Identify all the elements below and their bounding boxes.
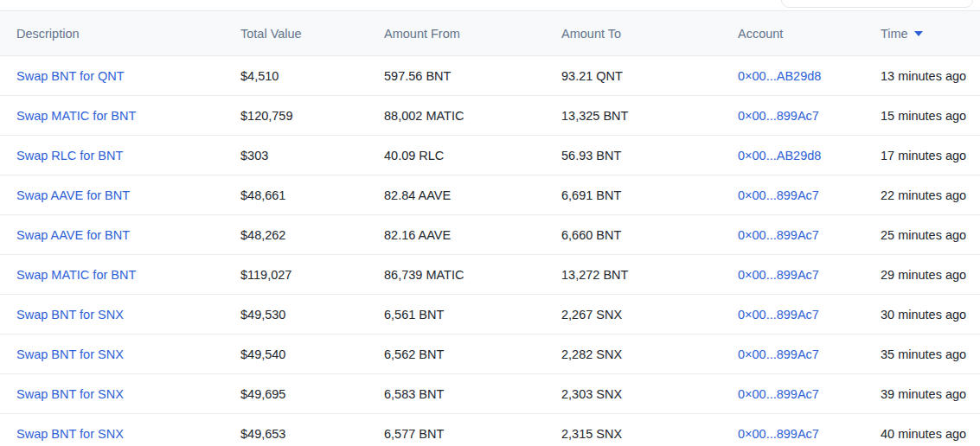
amount-from-cell: 6,562 BNT	[368, 334, 545, 374]
time-cell: 39 minutes ago	[864, 374, 980, 414]
description-cell: Swap AAVE for BNT	[0, 215, 224, 255]
description-link[interactable]: Swap BNT for SNX	[16, 347, 124, 361]
amount-to-cell: 6,660 BNT	[545, 215, 721, 255]
column-header-time[interactable]: Time	[864, 11, 980, 56]
description-link[interactable]: Swap MATIC for BNT	[16, 109, 136, 123]
total-value-cell: $49,530	[224, 295, 368, 334]
description-cell: Swap BNT for SNX	[0, 334, 224, 374]
column-header-total-value[interactable]: Total Value	[224, 11, 368, 56]
table-row: Swap BNT for SNX $49,695 6,583 BNT 2,303…	[0, 374, 980, 414]
table-row: Swap AAVE for BNT $48,262 82.16 AAVE 6,6…	[0, 215, 980, 255]
table-row: Swap AAVE for BNT $48,661 82.84 AAVE 6,6…	[0, 175, 980, 215]
total-value-cell: $303	[224, 136, 368, 175]
table-row: Swap MATIC for BNT $120,759 88,002 MATIC…	[0, 96, 980, 136]
account-cell: 0×00...899Ac7	[721, 334, 864, 374]
column-header-description[interactable]: Description	[0, 11, 224, 56]
table-body: Swap BNT for QNT $4,510 597.56 BNT 93.21…	[0, 56, 980, 446]
amount-from-cell: 82.16 AAVE	[368, 215, 545, 255]
account-link[interactable]: 0×00...899Ac7	[738, 347, 819, 361]
account-cell: 0×00...899Ac7	[721, 374, 864, 414]
amount-from-cell: 86,739 MATIC	[368, 255, 545, 295]
account-link[interactable]: 0×00...899Ac7	[738, 188, 819, 202]
total-value-cell: $119,027	[224, 255, 368, 295]
amount-from-cell: 6,561 BNT	[368, 295, 545, 334]
description-link[interactable]: Swap AAVE for BNT	[16, 228, 130, 242]
account-link[interactable]: 0×00...899Ac7	[738, 308, 819, 322]
amount-to-cell: 13,325 BNT	[545, 96, 721, 136]
total-value-cell: $49,695	[224, 374, 368, 414]
description-cell: Swap MATIC for BNT	[0, 96, 224, 136]
account-link[interactable]: 0×00...899Ac7	[738, 268, 819, 282]
transactions-page: Description Total Value Amount From Amou…	[0, 0, 980, 446]
table-row: Swap BNT for SNX $49,530 6,561 BNT 2,267…	[0, 295, 980, 334]
table-row: Swap RLC for BNT $303 40.09 RLC 56.93 BN…	[0, 136, 980, 175]
account-link[interactable]: 0×00...899Ac7	[738, 427, 819, 441]
column-header-time-label: Time	[881, 27, 908, 41]
column-header-amount-to[interactable]: Amount To	[545, 11, 721, 56]
description-cell: Swap BNT for SNX	[0, 414, 224, 446]
amount-from-cell: 6,577 BNT	[368, 414, 545, 446]
time-cell: 17 minutes ago	[864, 136, 980, 175]
account-cell: 0×00...899Ac7	[721, 215, 864, 255]
description-cell: Swap BNT for SNX	[0, 374, 224, 414]
account-link[interactable]: 0×00...AB29d8	[738, 69, 821, 83]
amount-to-cell: 2,303 SNX	[545, 374, 721, 414]
description-link[interactable]: Swap AAVE for BNT	[16, 188, 130, 202]
description-cell: Swap MATIC for BNT	[0, 255, 224, 295]
time-cell: 30 minutes ago	[864, 295, 980, 334]
total-value-cell: $49,540	[224, 334, 368, 374]
total-value-cell: $120,759	[224, 96, 368, 136]
description-cell: Swap BNT for QNT	[0, 56, 224, 96]
table-row: Swap BNT for QNT $4,510 597.56 BNT 93.21…	[0, 56, 980, 96]
account-cell: 0×00...AB29d8	[721, 56, 864, 96]
account-link[interactable]: 0×00...899Ac7	[738, 109, 819, 123]
account-cell: 0×00...899Ac7	[721, 175, 864, 215]
total-value-cell: $48,661	[224, 175, 368, 215]
amount-to-cell: 2,267 SNX	[545, 295, 721, 334]
description-cell: Swap BNT for SNX	[0, 295, 224, 334]
description-link[interactable]: Swap BNT for QNT	[16, 69, 125, 83]
description-link[interactable]: Swap BNT for SNX	[16, 387, 124, 401]
time-cell: 22 minutes ago	[864, 175, 980, 215]
description-link[interactable]: Swap MATIC for BNT	[16, 268, 136, 282]
time-cell: 40 minutes ago	[864, 414, 980, 446]
table-header: Description Total Value Amount From Amou…	[0, 11, 980, 56]
time-cell: 25 minutes ago	[864, 215, 980, 255]
account-cell: 0×00...AB29d8	[721, 136, 864, 175]
amount-to-cell: 93.21 QNT	[545, 56, 721, 96]
account-cell: 0×00...899Ac7	[721, 96, 864, 136]
description-link[interactable]: Swap RLC for BNT	[16, 149, 123, 162]
description-link[interactable]: Swap BNT for SNX	[16, 427, 124, 441]
description-cell: Swap RLC for BNT	[0, 136, 224, 175]
table-row: Swap MATIC for BNT $119,027 86,739 MATIC…	[0, 255, 980, 295]
amount-to-cell: 2,315 SNX	[545, 414, 721, 446]
amount-from-cell: 597.56 BNT	[368, 56, 545, 96]
amount-to-cell: 6,691 BNT	[545, 175, 721, 215]
column-header-account[interactable]: Account	[721, 11, 864, 56]
table-row: Swap BNT for SNX $49,540 6,562 BNT 2,282…	[0, 334, 980, 374]
transactions-table: Description Total Value Amount From Amou…	[0, 10, 980, 446]
description-cell: Swap AAVE for BNT	[0, 175, 224, 215]
amount-from-cell: 40.09 RLC	[368, 136, 545, 175]
description-link[interactable]: Swap BNT for SNX	[16, 308, 124, 322]
amount-to-cell: 2,282 SNX	[545, 334, 721, 374]
filter-input[interactable]	[781, 0, 973, 8]
account-cell: 0×00...899Ac7	[721, 295, 864, 334]
amount-from-cell: 6,583 BNT	[368, 374, 545, 414]
time-cell: 13 minutes ago	[864, 56, 980, 96]
account-cell: 0×00...899Ac7	[721, 414, 864, 446]
total-value-cell: $4,510	[224, 56, 368, 96]
total-value-cell: $48,262	[224, 215, 368, 255]
time-cell: 35 minutes ago	[864, 334, 980, 374]
column-header-amount-from[interactable]: Amount From	[368, 11, 545, 56]
amount-from-cell: 82.84 AAVE	[368, 175, 545, 215]
account-link[interactable]: 0×00...AB29d8	[738, 149, 821, 162]
account-link[interactable]: 0×00...899Ac7	[738, 228, 819, 242]
sort-desc-icon[interactable]	[914, 31, 923, 36]
amount-to-cell: 56.93 BNT	[545, 136, 721, 175]
account-link[interactable]: 0×00...899Ac7	[738, 387, 819, 401]
table-row: Swap BNT for SNX $49,653 6,577 BNT 2,315…	[0, 414, 980, 446]
total-value-cell: $49,653	[224, 414, 368, 446]
time-cell: 15 minutes ago	[864, 96, 980, 136]
amount-from-cell: 88,002 MATIC	[368, 96, 545, 136]
